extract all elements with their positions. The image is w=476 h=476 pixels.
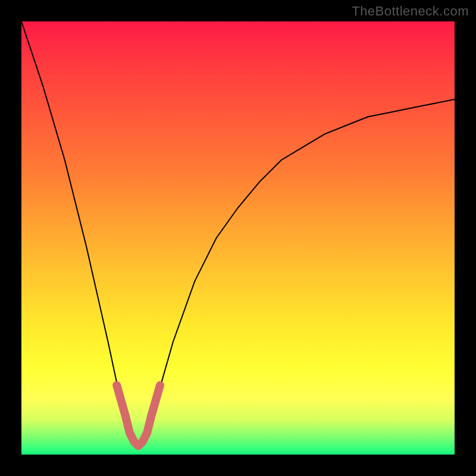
watermark-text: TheBottleneck.com — [352, 4, 469, 19]
plot-area — [21, 21, 455, 455]
bottleneck-curve — [21, 21, 455, 446]
curve-layer — [21, 21, 455, 455]
highlight-min-segment — [117, 386, 160, 446]
chart-frame: TheBottleneck.com — [0, 0, 476, 476]
